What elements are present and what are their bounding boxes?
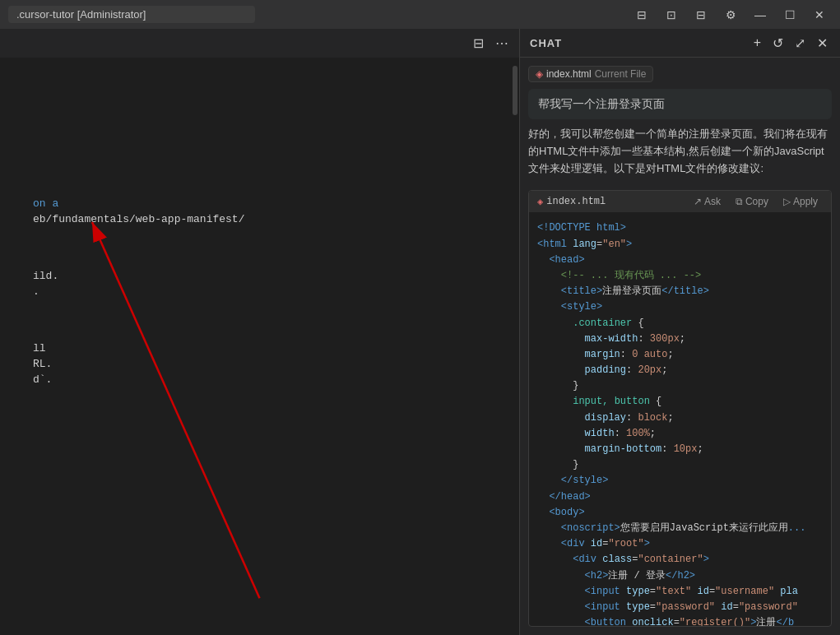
- code-file-icon: ◈: [537, 196, 543, 208]
- more-options-btn[interactable]: ⋯: [493, 33, 511, 53]
- code-line: [0, 66, 519, 81]
- code-block-header: ◈ index.html ↗ Ask ⧉ Copy ▷: [529, 191, 831, 212]
- titlebar-search[interactable]: [8, 6, 255, 23]
- code-block-line: .container {: [537, 316, 823, 331]
- code-block-line: <body>: [537, 505, 823, 521]
- code-line: [0, 81, 519, 97]
- code-line: .: [0, 284, 519, 299]
- copy-icon: ⧉: [736, 196, 743, 207]
- history-btn[interactable]: ↺: [770, 33, 786, 53]
- code-block-line: padding: 20px;: [537, 363, 823, 378]
- code-block-line: input, button {: [537, 394, 823, 410]
- code-block-line: <!-- ... 现有代码 ... -->: [537, 268, 823, 284]
- apply-label: Apply: [793, 196, 818, 207]
- chat-body[interactable]: ◈ index.html Current File 帮我写一个注册登录页面 好的…: [520, 58, 840, 635]
- chat-header: CHAT + ↺ ⤢ ✕: [520, 29, 840, 58]
- chat-header-actions: + ↺ ⤢ ✕: [751, 33, 830, 53]
- code-block-line: display: block;: [537, 410, 823, 426]
- file-icon: ◈: [536, 68, 543, 80]
- code-block-line: <h2>注册 / 登录</h2>: [537, 568, 823, 584]
- ask-btn[interactable]: ↗ Ask: [689, 194, 726, 209]
- file-chip[interactable]: ◈ index.html Current File: [528, 66, 653, 82]
- code-line: ild.: [0, 268, 519, 284]
- ask-icon: ↗: [694, 196, 702, 207]
- code-block-line: <button onclick="register()">注册</b: [537, 615, 823, 627]
- apply-icon: ▷: [783, 196, 791, 207]
- code-filename-text: index.html: [546, 196, 606, 207]
- close-chat-btn[interactable]: ✕: [814, 33, 830, 53]
- code-block-body: <!DOCTYPE html> <html lang="en"> <head> …: [529, 212, 831, 627]
- settings-btn[interactable]: ⚙: [718, 4, 743, 25]
- code-line: on a: [0, 196, 519, 211]
- close-btn[interactable]: ✕: [807, 4, 832, 25]
- split-editor-btn[interactable]: ⊟: [471, 33, 486, 53]
- code-line: d`.: [0, 372, 519, 387]
- code-block-line: <title>注册登录页面</title>: [537, 284, 823, 299]
- code-block-line: <html lang="en">: [537, 237, 823, 253]
- ai-response-text: 好的，我可以帮您创建一个简单的注册登录页面。我们将在现有的HTML文件中添加一些…: [528, 127, 828, 174]
- titlebar: ⊟ ⊡ ⊟ ⚙ — ☐ ✕: [0, 0, 840, 29]
- editor-toolbar: ⊟ ⋯: [0, 29, 519, 58]
- layout2-btn[interactable]: ⊡: [659, 4, 684, 25]
- chat-panel: CHAT + ↺ ⤢ ✕ ◈ index.html Current File 帮…: [519, 29, 840, 635]
- code-block-line: margin: 0 auto;: [537, 347, 823, 363]
- code-block-line: <style>: [537, 299, 823, 315]
- new-chat-btn[interactable]: +: [751, 33, 763, 53]
- file-chip-label: Current File: [595, 68, 647, 80]
- code-block-line: <div id="root">: [537, 536, 823, 552]
- minimize-btn[interactable]: —: [748, 4, 773, 25]
- code-block-line: <!DOCTYPE html>: [537, 220, 823, 236]
- apply-btn[interactable]: ▷ Apply: [778, 194, 823, 209]
- code-block-line: <input type="text" id="username" pla: [537, 584, 823, 600]
- code-block-line: </head>: [537, 489, 823, 505]
- code-block-line: </style>: [537, 473, 823, 489]
- code-block-line: <input type="password" id="password": [537, 600, 823, 615]
- code-block-line: width: 100%;: [537, 426, 823, 442]
- layout3-btn[interactable]: ⊟: [689, 4, 713, 25]
- code-block-actions: ↗ Ask ⧉ Copy ▷ Apply: [689, 194, 823, 209]
- ask-label: Ask: [704, 196, 721, 207]
- code-line: ll: [0, 341, 519, 356]
- copy-btn[interactable]: ⧉ Copy: [731, 194, 773, 209]
- ai-response: 好的，我可以帮您创建一个简单的注册登录页面。我们将在现有的HTML文件中添加一些…: [528, 126, 832, 177]
- code-block-line: margin-bottom: 10px;: [537, 442, 823, 457]
- maximize-btn[interactable]: ☐: [777, 4, 802, 25]
- code-block-line: max-width: 300px;: [537, 331, 823, 347]
- layout1-btn[interactable]: ⊟: [629, 4, 654, 25]
- editor-panel: ⊟ ⋯ on a eb/fundamentals/web-app-manifes…: [0, 29, 519, 635]
- copy-label: Copy: [745, 196, 768, 207]
- code-block-line: <div class="container">: [537, 552, 823, 568]
- code-line: RL.: [0, 356, 519, 372]
- main-area: ⊟ ⋯ on a eb/fundamentals/web-app-manifes…: [0, 29, 840, 635]
- file-chip-name: index.html: [546, 68, 592, 80]
- scrollbar-thumb[interactable]: [513, 66, 517, 115]
- user-message-text: 帮我写一个注册登录页面: [538, 97, 665, 110]
- code-block-filename: ◈ index.html: [537, 196, 606, 208]
- user-message: 帮我写一个注册登录页面: [528, 89, 832, 119]
- code-block-line: }: [537, 457, 823, 473]
- titlebar-left: [8, 6, 255, 23]
- editor-content[interactable]: on a eb/fundamentals/web-app-manifest/ i…: [0, 58, 519, 635]
- code-block-line: }: [537, 378, 823, 394]
- expand-btn[interactable]: ⤢: [792, 33, 808, 53]
- chat-title: CHAT: [530, 37, 562, 49]
- code-block: ◈ index.html ↗ Ask ⧉ Copy ▷: [528, 190, 832, 627]
- code-block-line: <noscript>您需要启用JavaScript来运行此应用...: [537, 521, 823, 536]
- code-line: eb/fundamentals/web-app-manifest/: [0, 211, 519, 227]
- editor-scrollbar[interactable]: [511, 58, 519, 635]
- code-block-line: <head>: [537, 253, 823, 268]
- titlebar-controls: ⊟ ⊡ ⊟ ⚙ — ☐ ✕: [629, 4, 832, 25]
